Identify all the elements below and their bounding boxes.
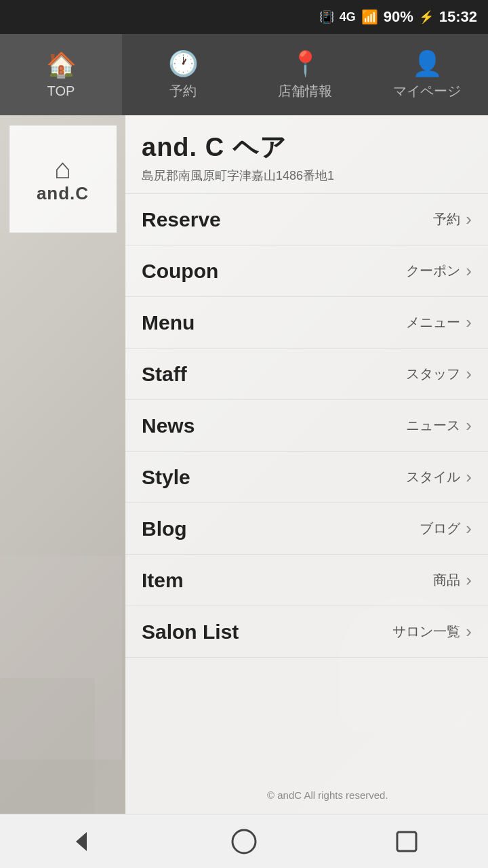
tab-reserve[interactable]: 🕐 予約 [122, 34, 244, 115]
chevron-right-icon: › [466, 415, 472, 436]
menu-item-blog-en: Blog [142, 517, 413, 540]
charging-icon: ⚡ [419, 9, 434, 24]
chevron-right-icon: › [466, 363, 472, 384]
tab-mypage-label: マイページ [393, 82, 461, 100]
back-button[interactable] [61, 821, 102, 862]
shop-name: and. C ヘア [142, 130, 472, 165]
time-display: 15:32 [439, 8, 477, 26]
recents-button[interactable] [386, 821, 427, 862]
menu-item-menu-en: Menu [142, 311, 399, 334]
menu-item-coupon-en: Coupon [142, 260, 399, 283]
square-recents-icon [393, 828, 420, 855]
menu-item-coupon[interactable]: Coupon クーポン › [125, 245, 488, 297]
status-bar: 📳 4G 📶 90% ⚡ 15:32 [0, 0, 488, 34]
menu-item-menu-ja: メニュー [406, 313, 460, 332]
menu-item-blog-ja: ブログ [420, 519, 460, 538]
menu-item-salon-list-en: Salon List [142, 620, 386, 644]
menu-item-staff-en: Staff [142, 363, 399, 386]
signal-label: 4G [340, 10, 356, 24]
bottom-nav [0, 814, 488, 868]
menu-item-style-ja: スタイル [406, 468, 460, 486]
home-button[interactable] [224, 821, 264, 862]
menu-item-style-en: Style [142, 466, 399, 489]
menu-item-salon-list-ja: サロン一覧 [392, 623, 460, 641]
menu-item-coupon-ja: クーポン [406, 262, 460, 280]
footer-copyright: © andC All rights reserved. [251, 789, 488, 802]
chevron-right-icon: › [466, 209, 472, 230]
svg-marker-0 [76, 832, 87, 851]
tab-top[interactable]: 🏠 TOP [0, 34, 122, 115]
status-icons: 📳 4G 📶 90% ⚡ 15:32 [319, 8, 477, 26]
chevron-right-icon: › [466, 312, 472, 333]
menu-item-reserve-en: Reserve [142, 208, 426, 231]
tab-reserve-label: 予約 [169, 82, 197, 100]
menu-item-staff-ja: スタッフ [406, 365, 460, 383]
menu-item-news[interactable]: News ニュース › [125, 400, 488, 452]
chevron-right-icon: › [466, 621, 472, 642]
menu-item-reserve[interactable]: Reserve 予約 › [125, 194, 488, 245]
chevron-right-icon: › [466, 518, 472, 539]
copyright-text: © andC All rights reserved. [267, 789, 388, 801]
menu-item-salon-list[interactable]: Salon List サロン一覧 › [125, 606, 488, 658]
menu-item-blog[interactable]: Blog ブログ › [125, 503, 488, 555]
svg-point-1 [232, 830, 256, 853]
logo-box: ⌂ and.C [9, 125, 117, 233]
shop-header: and. C ヘア 島尻郡南風原町字津嘉山1486番地1 [125, 115, 488, 194]
battery-label: 90% [384, 8, 413, 26]
tab-mypage[interactable]: 👤 マイページ [366, 34, 488, 115]
person-icon: 👤 [412, 50, 443, 78]
menu-item-menu[interactable]: Menu メニュー › [125, 297, 488, 349]
back-icon [68, 828, 95, 855]
circle-home-icon [230, 828, 258, 855]
menu-item-item-en: Item [142, 569, 426, 592]
menu-item-news-en: News [142, 414, 399, 437]
right-panel: and. C ヘア 島尻郡南風原町字津嘉山1486番地1 Reserve 予約 … [125, 115, 488, 814]
logo-house-icon: ⌂ [54, 155, 71, 183]
tab-shop-info-label: 店舗情報 [278, 82, 332, 100]
left-panel: ⌂ and.C [0, 115, 125, 814]
clock-icon: 🕐 [168, 50, 199, 78]
chevron-right-icon: › [466, 260, 472, 281]
menu-item-item[interactable]: Item 商品 › [125, 555, 488, 606]
menu-item-reserve-ja: 予約 [433, 210, 460, 229]
svg-rect-2 [397, 832, 416, 851]
logo-text: and.C [37, 183, 89, 204]
chevron-right-icon: › [466, 467, 472, 488]
menu-item-staff[interactable]: Staff スタッフ › [125, 349, 488, 400]
menu-item-news-ja: ニュース [406, 416, 460, 435]
network-icon: 📶 [361, 9, 378, 25]
menu-list: Reserve 予約 › Coupon クーポン › Menu メニュー › S… [125, 194, 488, 658]
tab-bar: 🏠 TOP 🕐 予約 📍 店舗情報 👤 マイページ [0, 34, 488, 115]
chevron-right-icon: › [466, 570, 472, 591]
menu-item-style[interactable]: Style スタイル › [125, 452, 488, 503]
menu-item-item-ja: 商品 [433, 571, 460, 589]
location-icon: 📍 [290, 50, 321, 78]
main-content: ⌂ and.C and. C ヘア 島尻郡南風原町字津嘉山1486番地1 Res… [0, 115, 488, 814]
home-icon: 🏠 [46, 51, 77, 79]
tab-top-label: TOP [47, 83, 75, 99]
vibrate-icon: 📳 [319, 9, 334, 24]
tab-shop-info[interactable]: 📍 店舗情報 [244, 34, 366, 115]
shop-address: 島尻郡南風原町字津嘉山1486番地1 [142, 167, 472, 184]
